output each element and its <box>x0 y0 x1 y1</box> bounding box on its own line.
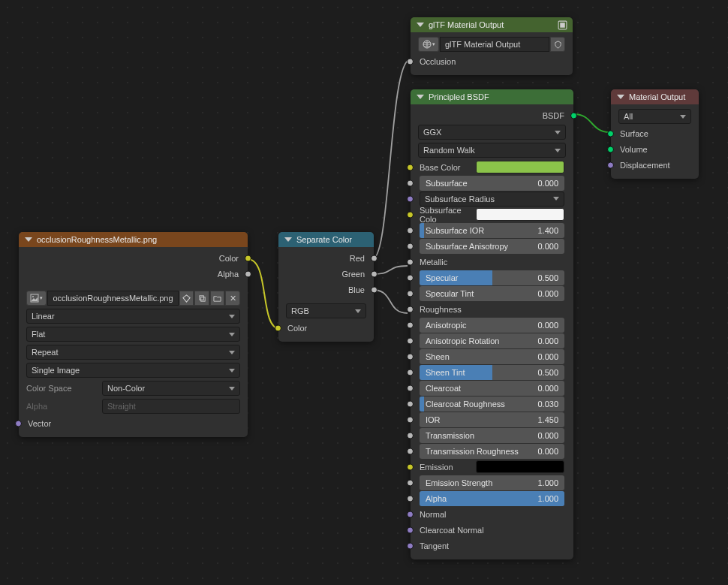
collapse-icon[interactable] <box>417 23 424 27</box>
socket-transmission[interactable] <box>407 432 414 439</box>
sheenTint-field[interactable]: Sheen Tint 0.500 <box>420 365 564 380</box>
subsurfacecolor-swatch[interactable] <box>476 208 564 221</box>
socket-sheen[interactable] <box>407 353 414 360</box>
volume-input: Volume <box>620 145 648 154</box>
ior-field[interactable]: IOR 1.450 <box>420 412 564 427</box>
gltf-output-node[interactable]: glTF Material Output ▾ glTF Material Out… <box>411 17 573 75</box>
subsurface-field[interactable]: Subsurface 0.000 <box>420 176 564 191</box>
gltf-name-field[interactable]: glTF Material Output <box>440 37 549 52</box>
socket-anisotropic[interactable] <box>407 321 414 328</box>
socket-clearcoatNormal[interactable] <box>407 526 414 533</box>
open-file-icon[interactable] <box>210 291 225 306</box>
extension-select[interactable]: Repeat <box>26 345 240 360</box>
mode-select[interactable]: RGB <box>286 303 366 318</box>
anisotropicRot-field[interactable]: Anisotropic Rotation 0.000 <box>420 333 564 348</box>
output-red: Red <box>350 254 365 263</box>
socket-anisotropicRot[interactable] <box>407 337 414 344</box>
world-icon[interactable]: ▾ <box>418 37 439 52</box>
socket-sheenTint[interactable] <box>407 369 414 375</box>
collapse-icon[interactable] <box>284 237 292 242</box>
shield-icon[interactable] <box>550 37 565 52</box>
socket-specular[interactable] <box>407 274 414 281</box>
socket-volume-in[interactable] <box>607 146 614 152</box>
sheenTint-value: 0.500 <box>537 368 558 377</box>
transmissionRough-field[interactable]: Transmission Roughness 0.000 <box>420 444 564 459</box>
socket-clearcoatRough[interactable] <box>407 400 414 407</box>
socket-alpha[interactable] <box>407 495 414 502</box>
socket-normal[interactable] <box>407 511 414 517</box>
unlink-icon[interactable]: ✕ <box>225 291 240 306</box>
socket-occlusion-in[interactable] <box>407 58 414 65</box>
socket-ior[interactable] <box>407 416 414 423</box>
socket-alpha-out[interactable] <box>245 270 251 277</box>
subsurfaceIOR-field[interactable]: Subsurface IOR 1.400 <box>420 223 564 238</box>
basecolor-swatch[interactable] <box>476 161 564 173</box>
socket-subsurface[interactable] <box>407 179 414 186</box>
alpha-field[interactable]: Alpha 1.000 <box>420 491 564 506</box>
socket-clearcoat[interactable] <box>407 384 414 391</box>
distribution-select[interactable]: GGX <box>418 125 566 140</box>
socket-blue-out[interactable] <box>371 286 378 293</box>
socket-surface-in[interactable] <box>607 130 614 137</box>
socket-metallic[interactable] <box>407 258 414 265</box>
separate-color-node[interactable]: Separate Color Red Green Blue RGB Color <box>278 232 374 342</box>
svg-point-1 <box>32 296 34 297</box>
specular-field[interactable]: Specular 0.500 <box>420 270 564 285</box>
output-bsdf: BSDF <box>543 111 564 120</box>
emission-swatch[interactable] <box>476 460 564 473</box>
image-texture-node[interactable]: occlusionRoughnessMetallic.png Color Alp… <box>19 232 248 437</box>
socket-vector-in[interactable] <box>15 420 22 427</box>
projection-select[interactable]: Flat <box>26 327 240 342</box>
anisotropic-field[interactable]: Anisotropic 0.000 <box>420 318 564 333</box>
image-name-field[interactable]: occlusionRoughnessMetallic.png <box>47 291 178 306</box>
transmission-value: 0.000 <box>537 431 558 440</box>
material-output-node[interactable]: Material Output All Surface Volume Displ… <box>611 89 699 179</box>
sss-method-select[interactable]: Random Walk <box>418 143 566 158</box>
source-select[interactable]: Single Image <box>26 363 240 378</box>
socket-specularTint[interactable] <box>407 290 414 297</box>
socket-displacement-in[interactable] <box>607 161 614 168</box>
sheen-field[interactable]: Sheen 0.000 <box>420 349 564 364</box>
socket-red-out[interactable] <box>371 255 378 261</box>
subsurfaceAniso-field[interactable]: Subsurface Anisotropy 0.000 <box>420 239 564 254</box>
basecolor-label: Base Color <box>420 163 476 172</box>
colorspace-select[interactable]: Non-Color <box>102 381 240 396</box>
socket-tangent[interactable] <box>407 542 414 549</box>
transmission-field[interactable]: Transmission 0.000 <box>420 428 564 443</box>
socket-subsurfaceRadius[interactable] <box>407 195 414 202</box>
node-header[interactable]: Separate Color <box>278 232 374 247</box>
socket-green-out[interactable] <box>371 270 378 277</box>
socket-color-in[interactable] <box>275 324 281 331</box>
socket-bsdf-out[interactable] <box>570 112 577 119</box>
socket-emission[interactable] <box>407 463 414 470</box>
emissionStrength-field[interactable]: Emission Strength 1.000 <box>420 475 564 490</box>
socket-subsurfaceIOR[interactable] <box>407 227 414 234</box>
socket-subsurfaceAniso[interactable] <box>407 243 414 249</box>
collapse-icon[interactable] <box>417 95 424 99</box>
fake-user-icon[interactable] <box>179 291 194 306</box>
socket-emissionStrength[interactable] <box>407 479 414 486</box>
clearcoatRough-field[interactable]: Clearcoat Roughness 0.030 <box>420 397 564 412</box>
node-header[interactable]: glTF Material Output <box>411 17 573 32</box>
interpolation-select[interactable]: Linear <box>26 309 240 324</box>
collapse-icon[interactable] <box>617 95 624 99</box>
collapse-icon[interactable] <box>25 237 32 242</box>
target-select[interactable]: All <box>618 109 691 124</box>
socket-subsurfaceColor[interactable] <box>407 211 414 218</box>
node-header[interactable]: Principled BSDF <box>411 89 573 104</box>
image-icon[interactable]: ▾ <box>26 291 47 306</box>
socket-basecolor[interactable] <box>407 164 414 170</box>
emissionStrength-label: Emission Strength <box>426 478 537 487</box>
specularTint-field[interactable]: Specular Tint 0.000 <box>420 286 564 301</box>
socket-roughness[interactable] <box>407 306 414 312</box>
node-header[interactable]: Material Output <box>611 89 699 104</box>
nodegroup-icon[interactable] <box>556 19 568 31</box>
socket-color-out[interactable] <box>245 255 251 261</box>
clearcoat-value: 0.000 <box>537 384 558 393</box>
clearcoat-field[interactable]: Clearcoat 0.000 <box>420 381 564 396</box>
duplicate-icon[interactable] <box>194 291 209 306</box>
subsurface-radius-select[interactable]: Subsurface Radius <box>420 191 564 207</box>
principled-bsdf-node[interactable]: Principled BSDF BSDF GGX Random Walk Bas… <box>411 89 573 559</box>
node-header[interactable]: occlusionRoughnessMetallic.png <box>19 232 248 247</box>
socket-transmissionRough[interactable] <box>407 448 414 454</box>
